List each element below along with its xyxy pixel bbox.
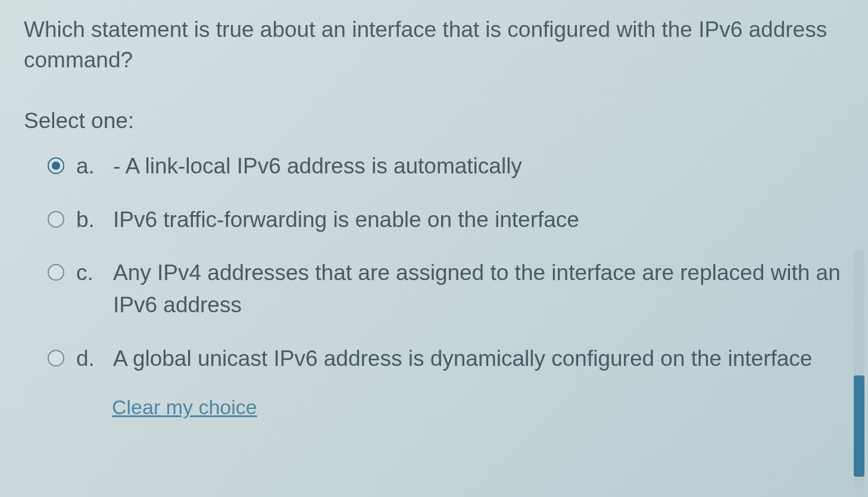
radio-c[interactable] (48, 264, 64, 281)
option-c[interactable]: c. Any IPv4 addresses that are assigned … (48, 257, 844, 321)
option-a[interactable]: a. - A link-local IPv6 address is automa… (48, 150, 844, 182)
option-letter: d. (76, 343, 113, 375)
option-b[interactable]: b. IPv6 traffic-forwarding is enable on … (48, 204, 844, 236)
option-letter: a. (76, 150, 113, 182)
clear-choice-link[interactable]: Clear my choice (112, 396, 844, 419)
option-letter: b. (76, 204, 113, 236)
option-letter: c. (76, 257, 113, 289)
option-d[interactable]: d. A global unicast IPv6 address is dyna… (48, 343, 844, 375)
options-group: a. - A link-local IPv6 address is automa… (24, 150, 844, 374)
option-text: IPv6 traffic-forwarding is enable on the… (113, 204, 844, 236)
option-text: A global unicast IPv6 address is dynamic… (113, 343, 844, 375)
question-text: Which statement is true about an interfa… (24, 14, 844, 75)
scrollbar-thumb[interactable] (854, 375, 864, 477)
scrollbar-track[interactable] (854, 250, 864, 489)
radio-b[interactable] (48, 211, 64, 228)
select-one-label: Select one: (24, 108, 844, 133)
quiz-question-panel: Which statement is true about an interfa… (0, 0, 868, 419)
option-text: - A link-local IPv6 address is automatic… (113, 150, 844, 182)
radio-a[interactable] (48, 157, 64, 174)
option-text: Any IPv4 addresses that are assigned to … (113, 257, 844, 321)
radio-d[interactable] (48, 350, 64, 366)
